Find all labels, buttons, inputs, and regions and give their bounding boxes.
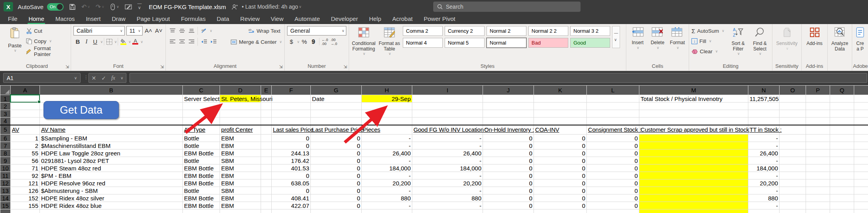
cell-C5[interactable]: AV Type [183,125,220,135]
cell-M11[interactable] [639,172,748,179]
tab-data[interactable]: Data [211,13,235,24]
style-normal-2-2[interactable]: Normal 2 2 [528,26,568,36]
cell-R9[interactable] [854,157,868,164]
alignment-dialog-launcher[interactable]: ⇲ [279,64,283,69]
cell-H6[interactable]: - [362,135,412,142]
cell-H11[interactable]: - [362,172,412,179]
cell-A4[interactable] [11,118,40,125]
cell-Q3[interactable] [830,110,854,118]
cell-I3[interactable] [412,110,483,118]
cell-A7[interactable]: 2 [11,142,40,149]
cell-K6[interactable]: 0 [534,135,587,142]
cell-L9[interactable]: 0 [587,157,639,164]
cell-N10[interactable]: 184,000 [748,164,780,172]
cell-F15[interactable]: 422.07 [272,202,311,209]
tab-review[interactable]: Review [235,13,265,24]
wrap-text-button[interactable]: ab Wrap Text [248,26,280,36]
cell-Q6[interactable] [830,135,854,142]
cell-P7[interactable] [806,142,830,149]
cell-F14[interactable]: 408.41 [272,194,311,202]
cell-O13[interactable] [780,187,806,194]
cell-K11[interactable]: 0 [534,172,587,179]
cell-P12[interactable] [806,179,830,187]
cell-J2[interactable] [483,103,534,110]
row-header-4[interactable]: 4 [0,118,11,125]
cell-I10[interactable]: 184,000 [412,164,483,172]
cell-R3[interactable] [854,110,868,118]
excel-app-icon[interactable]: X [4,2,13,11]
column-header-F[interactable]: F [272,86,311,95]
cell-H2[interactable] [362,103,412,110]
cell-G15[interactable]: 0 [311,202,362,209]
cell-P4[interactable] [806,118,830,125]
cell-K12[interactable]: 0 [534,179,587,187]
cell-Q15[interactable] [830,202,854,209]
fill-button[interactable]: ↓ Fill ∨ [691,36,726,46]
cell-M3[interactable] [639,110,748,118]
cell-J7[interactable]: 0 [483,142,534,149]
clipboard-dialog-launcher[interactable]: ⇲ [66,64,69,69]
cell-P3[interactable] [806,110,830,118]
cell-K3[interactable] [534,110,587,118]
tab-formulas[interactable]: Formulas [175,13,211,24]
cell-K14[interactable]: 0 [534,194,587,202]
row-header-14[interactable]: 14 [0,194,11,202]
cell-R13[interactable] [854,187,868,194]
cell-K4[interactable] [534,118,587,125]
cell-J8[interactable]: 0 [483,149,534,157]
merge-center-button[interactable]: Merge & Center ∨ [231,37,282,47]
cell-C13[interactable]: Bottle [183,187,220,194]
row-header-16[interactable] [0,209,11,213]
cell-B10[interactable]: HDPE Steam 48oz red [40,164,183,172]
cell-F6[interactable]: 0 [272,135,311,142]
name-box[interactable]: A1 ∨ [3,73,81,83]
row-header-11[interactable]: 11 [0,172,11,179]
row-header-5[interactable]: 5 [0,125,11,135]
cell-R11[interactable] [854,172,868,179]
cell-J4[interactable] [483,118,534,125]
cell-N3[interactable] [748,110,780,118]
cell-F9[interactable]: 176.42 [272,157,311,164]
cell-J9[interactable]: 0 [483,157,534,164]
styles-gallery-scroll[interactable]: ⎺∨ [612,26,620,48]
cell-B12[interactable]: HDPE Resolve 96oz red [40,179,183,187]
cell-Q11[interactable] [830,172,854,179]
cell-K15[interactable]: 0 [534,202,587,209]
cell-F3[interactable] [272,110,311,118]
cell-A6[interactable]: 1 [11,135,40,142]
tab-developer[interactable]: Developer [325,13,363,24]
cell-H5[interactable]: Pieces [362,125,412,135]
cell-H13[interactable]: - [362,187,412,194]
cell-N9[interactable]: - [748,157,780,164]
grow-font-button[interactable]: A˄ [144,26,153,35]
cell-N4[interactable] [748,118,780,125]
cell-B9[interactable]: 0291881- Lysol 28oz PET [40,157,183,164]
cell-L3[interactable] [587,110,639,118]
cell-M4[interactable] [639,118,748,125]
cell-G13[interactable]: 0 [311,187,362,194]
align-middle-button[interactable] [178,26,186,36]
cell-J16[interactable] [483,209,534,213]
cell-H10[interactable]: 184,000 [362,164,412,172]
cell-Q12[interactable] [830,179,854,187]
row-header-13[interactable]: 13 [0,187,11,194]
cell-F16[interactable] [272,209,311,213]
cell-M5[interactable]: Customer Scrap approved but still in Sto… [639,125,748,135]
tab-page-layout[interactable]: Page Layout [131,13,175,24]
cell-D8[interactable]: EBM [220,149,261,157]
row-header-12[interactable]: 12 [0,179,11,187]
cell-M13[interactable] [639,187,748,194]
style-normal-2[interactable]: Normal 2 [487,26,526,36]
cell-I16[interactable] [412,209,483,213]
cell-A12[interactable]: 121 [11,179,40,187]
cell-G5[interactable]: Last Purchase Price [311,125,362,135]
comma-style-button[interactable]: 𝟗 [309,37,318,46]
cell-A2[interactable] [11,103,40,110]
cell-R12[interactable] [854,179,868,187]
touch-mode-icon[interactable]: ∨ [110,4,119,10]
cell-Q16[interactable] [830,209,854,213]
cell-M6[interactable] [639,135,748,142]
cell-O6[interactable] [780,135,806,142]
cell-K5[interactable]: COA-INV [534,125,587,135]
cell-P13[interactable] [806,187,830,194]
